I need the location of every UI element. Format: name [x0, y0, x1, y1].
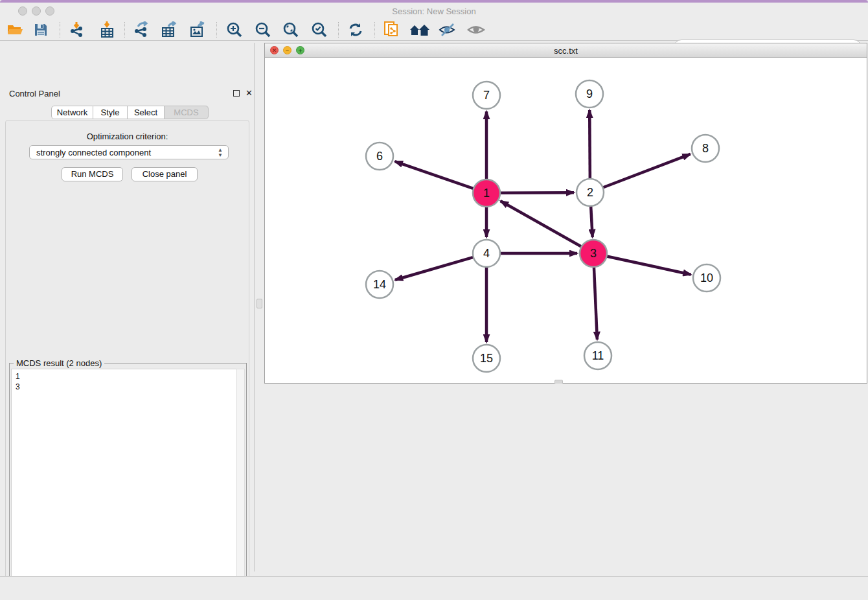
close-panel-icon[interactable]: ✕	[246, 90, 253, 97]
graph-node-label-4: 4	[483, 247, 490, 260]
control-panel-title: Control Panel	[9, 89, 60, 98]
graph-edge-3-10[interactable]	[607, 256, 691, 274]
graph-node-label-15: 15	[480, 352, 493, 365]
first-neighbors-icon[interactable]	[409, 21, 431, 39]
tab-select[interactable]: Select	[128, 106, 165, 119]
dropdown-stepper-icon: ▲▼	[218, 148, 223, 157]
graph-edge-2-9[interactable]	[589, 110, 590, 179]
export-image-icon[interactable]	[187, 21, 209, 39]
import-table-icon[interactable]	[96, 21, 118, 39]
open-folder-icon[interactable]	[4, 21, 26, 39]
control-panel: Control Panel ✕ Network Style Select MCD…	[0, 43, 255, 571]
export-table-icon[interactable]	[158, 21, 180, 39]
zoom-selected-icon[interactable]	[308, 21, 330, 39]
graph-node-label-11: 11	[592, 349, 604, 362]
status-bar: Memory	[0, 576, 868, 600]
graph-node-label-14: 14	[373, 278, 386, 291]
mcds-result-text[interactable]: 1 3	[11, 369, 238, 600]
mcds-result-groupbox: MCDS result (2 nodes) 1 3	[9, 363, 247, 600]
graph-edge-3-1[interactable]	[501, 201, 582, 246]
graph-node-label-10: 10	[700, 271, 713, 284]
optimization-criterion-label: Optimization criterion:	[0, 132, 255, 141]
app-window: Session: New Session	[0, 0, 868, 600]
graph-edge-4-14[interactable]	[395, 257, 474, 280]
zoom-in-icon[interactable]	[223, 21, 246, 39]
tab-mcds[interactable]: MCDS	[165, 106, 209, 119]
mcds-result-title: MCDS result (2 nodes)	[14, 358, 104, 368]
float-panel-icon[interactable]	[233, 90, 240, 97]
network-graph-canvas[interactable]: 7968124314101511	[265, 58, 867, 383]
save-session-icon[interactable]	[30, 21, 52, 39]
main-toolbar	[0, 18, 868, 41]
graph-edge-1-2[interactable]	[500, 192, 574, 193]
dropdown-value: strongly connected component	[36, 148, 151, 157]
graph-edge-2-3[interactable]	[591, 206, 593, 237]
network-view-window: ✕ − ＋ scc.txt 7968124314101511	[264, 43, 867, 384]
network-window-title: scc.txt	[265, 46, 867, 56]
new-network-from-selection-icon[interactable]	[381, 21, 403, 39]
graph-edge-3-11[interactable]	[594, 267, 597, 340]
graph-edge-1-6[interactable]	[395, 161, 474, 189]
graph-edge-2-8[interactable]	[603, 154, 691, 188]
import-network-icon[interactable]	[66, 21, 88, 39]
vertical-splitter-grip[interactable]	[257, 299, 262, 308]
graph-node-label-7: 7	[483, 89, 490, 102]
window-title: Session: New Session	[0, 6, 868, 16]
graph-node-label-8: 8	[702, 142, 709, 155]
zoom-fit-icon[interactable]	[280, 21, 302, 39]
graph-node-label-9: 9	[586, 87, 593, 100]
optimization-criterion-dropdown[interactable]: strongly connected component ▲▼	[29, 145, 229, 159]
graph-node-label-2: 2	[587, 186, 593, 199]
hide-selection-eye-icon[interactable]	[437, 21, 459, 39]
titlebar: Session: New Session	[0, 3, 868, 18]
zoom-out-icon[interactable]	[252, 21, 274, 39]
graph-node-label-6: 6	[376, 150, 383, 163]
mcds-result-scrollbar[interactable]	[236, 369, 245, 600]
tab-network[interactable]: Network	[51, 106, 93, 119]
close-panel-button[interactable]: Close panel	[131, 167, 198, 181]
run-mcds-button[interactable]: Run MCDS	[62, 167, 123, 181]
network-window-titlebar[interactable]: ✕ − ＋ scc.txt	[265, 43, 867, 58]
graph-node-label-1: 1	[483, 187, 490, 200]
export-network-icon[interactable]	[130, 21, 152, 39]
table-panel: Table Panel ✕	[264, 384, 868, 576]
tab-style[interactable]: Style	[93, 106, 128, 119]
graph-edges	[395, 110, 691, 342]
refresh-icon[interactable]	[345, 21, 367, 39]
show-all-eye-icon[interactable]	[465, 21, 487, 39]
graph-node-label-3: 3	[590, 247, 597, 260]
